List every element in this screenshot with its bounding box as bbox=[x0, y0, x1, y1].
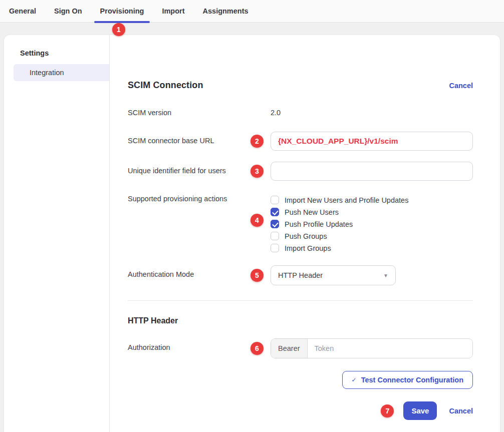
step-badge-7: 7 bbox=[381, 404, 394, 417]
auth-mode-selected-value: HTTP Header bbox=[278, 271, 323, 279]
checkbox-icon[interactable] bbox=[271, 208, 279, 216]
checkbox-push-groups[interactable]: Push Groups bbox=[271, 232, 473, 240]
checkbox-push-profile-updates[interactable]: Push Profile Updates bbox=[271, 220, 473, 228]
section-divider bbox=[128, 300, 473, 301]
authorization-label: Authorization bbox=[128, 338, 271, 351]
step-badge-5: 5 bbox=[250, 269, 264, 282]
scim-version-label: SCIM version bbox=[128, 109, 271, 117]
check-icon: ✓ bbox=[352, 376, 357, 383]
unique-id-input[interactable] bbox=[271, 162, 473, 181]
checkbox-icon[interactable] bbox=[271, 232, 279, 240]
token-input[interactable] bbox=[308, 339, 472, 358]
scim-version-row: SCIM version 2.0 bbox=[128, 109, 473, 117]
step-badge-2: 2 bbox=[250, 135, 264, 148]
auth-mode-select[interactable]: HTTP Header ▼ bbox=[271, 265, 396, 285]
unique-id-row: Unique identifier field for users 3 bbox=[128, 162, 473, 181]
scim-version-value: 2.0 bbox=[271, 109, 473, 117]
checkbox-import-groups[interactable]: Import Groups bbox=[271, 244, 473, 252]
checkbox-import-new-users-profile-updates[interactable]: Import New Users and Profile Updates bbox=[271, 196, 473, 204]
checkbox-label: Push Groups bbox=[285, 232, 327, 240]
checkbox-icon[interactable] bbox=[271, 244, 279, 252]
tab-import[interactable]: Import bbox=[153, 0, 193, 22]
tab-general[interactable]: General bbox=[0, 0, 45, 22]
bearer-prefix: Bearer bbox=[271, 339, 308, 358]
test-connector-label: Test Connector Configuration bbox=[361, 376, 463, 384]
base-url-row: SCIM connector base URL 2 bbox=[128, 132, 473, 151]
step-badge-1: 1 bbox=[112, 23, 125, 36]
save-button[interactable]: Save bbox=[403, 401, 437, 420]
step-badge-4: 4 bbox=[250, 214, 264, 227]
unique-id-label: Unique identifier field for users bbox=[128, 162, 271, 175]
authorization-input-group: Bearer bbox=[271, 338, 473, 358]
checkbox-label: Push New Users bbox=[285, 208, 339, 216]
provisioning-actions-label: Supported provisioning actions bbox=[128, 195, 271, 203]
provisioning-card: Settings Integration SCIM Connection Can… bbox=[4, 35, 500, 432]
checkbox-label: Import New Users and Profile Updates bbox=[285, 196, 408, 204]
authorization-row: Authorization 6 Bearer bbox=[128, 338, 473, 358]
tab-sign-on[interactable]: Sign On bbox=[45, 0, 91, 22]
provisioning-actions-row: Supported provisioning actions 4 Import … bbox=[128, 195, 473, 252]
sidebar-item-integration[interactable]: Integration bbox=[14, 64, 109, 81]
step-badge-6: 6 bbox=[250, 342, 264, 355]
step-badge-3: 3 bbox=[250, 165, 264, 178]
checkbox-icon[interactable] bbox=[271, 196, 279, 204]
checkbox-label: Push Profile Updates bbox=[285, 220, 353, 228]
chevron-down-icon: ▼ bbox=[383, 273, 388, 278]
http-header-section-title: HTTP Header bbox=[128, 316, 473, 325]
tab-assignments[interactable]: Assignments bbox=[194, 0, 258, 22]
cancel-link-top[interactable]: Cancel bbox=[449, 82, 473, 90]
auth-mode-row: Authentication Mode 5 HTTP Header ▼ bbox=[128, 265, 473, 285]
checkbox-push-new-users[interactable]: Push New Users bbox=[271, 208, 473, 216]
checkbox-icon[interactable] bbox=[271, 220, 279, 228]
checkbox-label: Import Groups bbox=[285, 244, 331, 252]
base-url-input[interactable] bbox=[271, 132, 473, 151]
settings-sidebar: Settings Integration bbox=[4, 35, 110, 432]
auth-mode-label: Authentication Mode bbox=[128, 265, 271, 278]
test-connector-button[interactable]: ✓ Test Connector Configuration bbox=[342, 371, 473, 389]
page-title: SCIM Connection bbox=[128, 80, 203, 91]
sidebar-header: Settings bbox=[4, 49, 109, 64]
base-url-label: SCIM connector base URL bbox=[128, 132, 271, 145]
scim-connection-panel: SCIM Connection Cancel SCIM version 2.0 … bbox=[110, 35, 500, 432]
tab-provisioning[interactable]: Provisioning bbox=[91, 0, 153, 22]
app-tab-bar: General Sign On Provisioning Import Assi… bbox=[0, 0, 504, 23]
cancel-link-bottom[interactable]: Cancel bbox=[449, 407, 473, 415]
